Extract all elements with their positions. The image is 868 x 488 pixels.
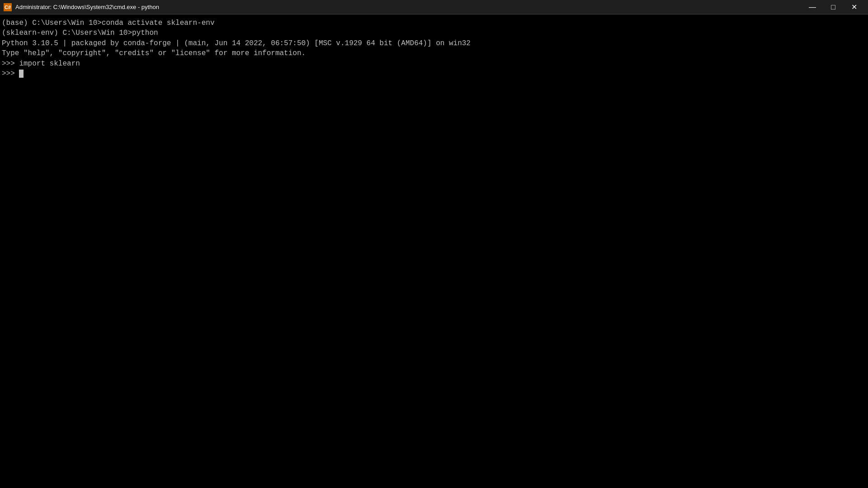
window-controls: — □ ✕	[802, 0, 864, 14]
minimize-button[interactable]: —	[802, 0, 823, 14]
terminal-line: Python 3.10.5 | packaged by conda-forge …	[2, 38, 866, 48]
window-title: Administrator: C:\Windows\System32\cmd.e…	[15, 4, 159, 10]
title-bar-left: C# Administrator: C:\Windows\System32\cm…	[4, 3, 159, 11]
title-bar: C# Administrator: C:\Windows\System32\cm…	[0, 0, 868, 14]
terminal-cursor	[19, 70, 24, 78]
cmd-icon: C#	[4, 3, 12, 11]
terminal-window[interactable]: (base) C:\Users\Win 10>conda activate sk…	[0, 14, 868, 488]
terminal-line: >>> import sklearn	[2, 59, 866, 69]
terminal-line: Type "help", "copyright", "credits" or "…	[2, 48, 866, 58]
terminal-output: (base) C:\Users\Win 10>conda activate sk…	[2, 18, 866, 79]
terminal-line: >>>	[2, 69, 866, 79]
maximize-button[interactable]: □	[823, 0, 844, 14]
terminal-line: (sklearn-env) C:\Users\Win 10>python	[2, 28, 866, 38]
terminal-line: (base) C:\Users\Win 10>conda activate sk…	[2, 18, 866, 28]
close-button[interactable]: ✕	[844, 0, 864, 14]
